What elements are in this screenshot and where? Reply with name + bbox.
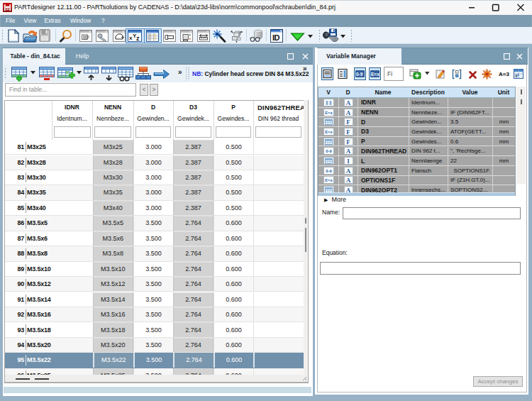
svg-text:z: z: [136, 35, 140, 42]
svg-text:E=x: E=x: [371, 72, 379, 77]
svg-text:x²: x²: [515, 73, 520, 78]
svg-text:0-9: 0-9: [356, 72, 363, 77]
svg-text:ID: ID: [272, 33, 280, 42]
